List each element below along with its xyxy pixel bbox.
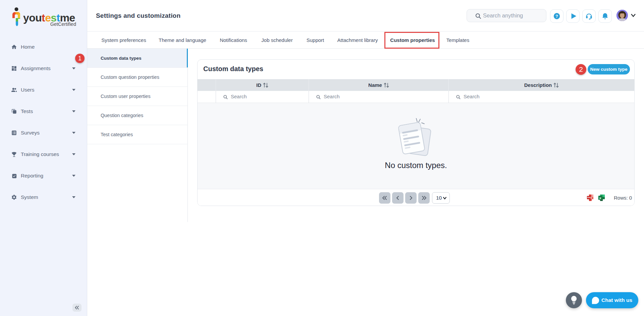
svg-text:GetCertified: GetCertified [50,21,76,27]
svg-text:?: ? [555,14,558,19]
svg-text:X: X [599,196,601,200]
svg-text:PDF: PDF [587,197,591,199]
